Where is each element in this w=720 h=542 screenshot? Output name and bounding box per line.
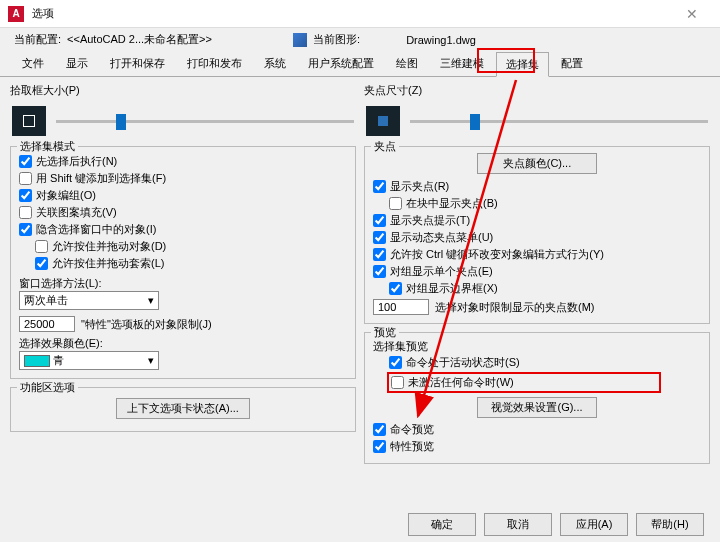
cb-drag-lasso[interactable]: 允许按住并拖动套索(L) [35, 255, 347, 272]
info-bar: 当前配置: <<AutoCAD 2...未命名配置>> 当前图形: Drawin… [0, 28, 720, 51]
footer-buttons: 确定 取消 应用(A) 帮助(H) [408, 513, 704, 536]
profile-value: <<AutoCAD 2...未命名配置>> [67, 32, 287, 47]
selection-mode-title: 选择集模式 [17, 139, 78, 154]
tab-3dmodel[interactable]: 三维建模 [430, 51, 494, 76]
help-button[interactable]: 帮助(H) [636, 513, 704, 536]
cancel-button[interactable]: 取消 [484, 513, 552, 536]
preview-sub: 选择集预览 [373, 339, 701, 354]
cb-group-grip[interactable]: 对组显示单个夹点(E) [373, 263, 701, 280]
grip-preview [366, 106, 400, 136]
apply-button[interactable]: 应用(A) [560, 513, 628, 536]
ok-button[interactable]: 确定 [408, 513, 476, 536]
cb-cmd-preview[interactable]: 命令预览 [373, 421, 701, 438]
gripsize-slider-wrap [364, 102, 710, 138]
ribbon-title: 功能区选项 [17, 380, 78, 395]
grip-obj-limit-input[interactable]: 100 [373, 299, 429, 315]
cb-dyn-menu[interactable]: 显示动态夹点菜单(U) [373, 229, 701, 246]
cb-block-grip[interactable]: 在块中显示夹点(B) [389, 195, 701, 212]
app-icon: A [8, 6, 24, 22]
grip-obj-limit-label: 选择对象时限制显示的夹点数(M) [435, 300, 595, 315]
cb-shift-add[interactable]: 用 Shift 键添加到选择集(F) [19, 170, 347, 187]
cb-implied-window[interactable]: 隐含选择窗口中的对象(I) [19, 221, 347, 238]
pickbox-slider[interactable] [56, 120, 354, 123]
cb-show-grip[interactable]: 显示夹点(R) [373, 178, 701, 195]
prop-limit-label: "特性"选项板的对象限制(J) [81, 317, 212, 332]
grip-group: 夹点 夹点颜色(C)... 显示夹点(R) 在块中显示夹点(B) 显示夹点提示(… [364, 146, 710, 324]
tab-userpref[interactable]: 用户系统配置 [298, 51, 384, 76]
gripsize-label: 夹点尺寸(Z) [364, 83, 710, 98]
tab-bar: 文件 显示 打开和保存 打印和发布 系统 用户系统配置 绘图 三维建模 选择集 … [0, 51, 720, 77]
cb-group-bbox[interactable]: 对组显示边界框(X) [389, 280, 701, 297]
cb-noun-verb[interactable]: 先选择后执行(N) [19, 153, 347, 170]
tab-plot[interactable]: 打印和发布 [177, 51, 252, 76]
pickbox-slider-wrap [10, 102, 356, 138]
cb-object-group[interactable]: 对象编组(O) [19, 187, 347, 204]
tab-display[interactable]: 显示 [56, 51, 98, 76]
ribbon-context-button[interactable]: 上下文选项卡状态(A)... [116, 398, 250, 419]
cb-prop-preview[interactable]: 特性预览 [373, 438, 701, 455]
close-icon[interactable]: ✕ [672, 6, 712, 22]
tab-system[interactable]: 系统 [254, 51, 296, 76]
pickbox-label: 拾取框大小(P) [10, 83, 356, 98]
drawing-icon [293, 33, 307, 47]
preview-title: 预览 [371, 325, 399, 340]
selection-mode-group: 选择集模式 先选择后执行(N) 用 Shift 键添加到选择集(F) 对象编组(… [10, 146, 356, 379]
preview-group: 预览 选择集预览 命令处于活动状态时(S) 未激活任何命令时(W) 视觉效果设置… [364, 332, 710, 464]
cb-drag-object[interactable]: 允许按住并拖动对象(D) [35, 238, 347, 255]
cb-active-cmd[interactable]: 命令处于活动状态时(S) [389, 354, 701, 371]
tab-drafting[interactable]: 绘图 [386, 51, 428, 76]
right-column: 夹点尺寸(Z) 夹点 夹点颜色(C)... 显示夹点(R) 在块中显示夹点(B)… [364, 83, 710, 464]
effect-color-dropdown[interactable]: 青▾ [19, 351, 159, 370]
ribbon-group: 功能区选项 上下文选项卡状态(A)... [10, 387, 356, 432]
chevron-down-icon: ▾ [148, 354, 154, 367]
annotation-checkbox-highlight: 未激活任何命令时(W) [387, 372, 661, 393]
grip-title: 夹点 [371, 139, 399, 154]
drawing-label: 当前图形: [313, 32, 360, 47]
tab-opensave[interactable]: 打开和保存 [100, 51, 175, 76]
winsel-dropdown[interactable]: 两次单击▾ [19, 291, 159, 310]
grip-color-button[interactable]: 夹点颜色(C)... [477, 153, 597, 174]
gripsize-slider[interactable] [410, 120, 708, 123]
cb-grip-tip[interactable]: 显示夹点提示(T) [373, 212, 701, 229]
visual-effect-button[interactable]: 视觉效果设置(G)... [477, 397, 597, 418]
tab-selection[interactable]: 选择集 [496, 52, 549, 77]
content: 拾取框大小(P) 选择集模式 先选择后执行(N) 用 Shift 键添加到选择集… [0, 77, 720, 470]
cb-assoc-hatch[interactable]: 关联图案填充(V) [19, 204, 347, 221]
tab-file[interactable]: 文件 [12, 51, 54, 76]
left-column: 拾取框大小(P) 选择集模式 先选择后执行(N) 用 Shift 键添加到选择集… [10, 83, 356, 464]
tab-profiles[interactable]: 配置 [551, 51, 593, 76]
profile-label: 当前配置: [14, 32, 61, 47]
window-title: 选项 [32, 6, 672, 21]
pickbox-preview [12, 106, 46, 136]
cb-no-active-cmd[interactable]: 未激活任何命令时(W) [391, 374, 657, 391]
titlebar: A 选项 ✕ [0, 0, 720, 28]
effect-color-label: 选择效果颜色(E): [19, 336, 347, 351]
winsel-label: 窗口选择方法(L): [19, 276, 347, 291]
cb-ctrl-cycle[interactable]: 允许按 Ctrl 键循环改变对象编辑方式行为(Y) [373, 246, 701, 263]
chevron-down-icon: ▾ [148, 294, 154, 307]
prop-limit-input[interactable]: 25000 [19, 316, 75, 332]
drawing-value: Drawing1.dwg [406, 34, 476, 46]
